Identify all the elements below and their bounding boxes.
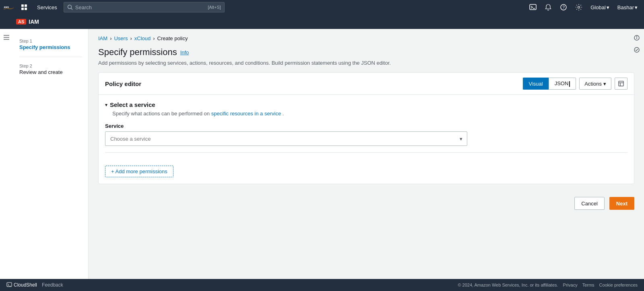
breadcrumb-sep2: › (130, 35, 132, 41)
nav-right-controls: ? Global ▾ Bashar ▾ (526, 2, 641, 12)
service-badge: AS (16, 19, 26, 25)
section-header: ▾ Select a service (105, 101, 627, 108)
service-title: IAM (29, 18, 39, 25)
expand-icon (618, 81, 624, 86)
search-input[interactable] (75, 4, 205, 10)
select-service-section: ▾ Select a service Specify what actions … (99, 95, 634, 166)
service-form-label: Service (105, 123, 627, 129)
svg-rect-3 (21, 8, 24, 10)
cursor-indicator (569, 81, 570, 87)
svg-text:?: ? (563, 5, 565, 10)
top-navigation: aws Services [Alt+S] (0, 0, 644, 14)
user-caret: ▾ (635, 4, 638, 10)
svg-rect-1 (21, 4, 24, 7)
user-label: Bashar (617, 4, 634, 10)
aws-logo[interactable]: aws (3, 3, 14, 11)
actions-button[interactable]: Actions ▾ (579, 78, 611, 90)
step2-label: Step 2 (19, 64, 82, 68)
json-toggle-button[interactable]: JSON (549, 78, 576, 90)
services-button[interactable]: Services (34, 3, 60, 12)
breadcrumb-sep3: › (153, 35, 155, 41)
step1-item: Step 1 Specify permissions (13, 35, 88, 53)
svg-line-6 (71, 8, 72, 10)
info-link[interactable]: Info (180, 49, 189, 55)
right-panel-icon-2[interactable] (631, 44, 642, 55)
search-shortcut: [Alt+S] (208, 5, 221, 10)
svg-point-5 (68, 5, 71, 9)
page-title-text: Specify permissions (98, 47, 177, 57)
region-selector[interactable]: Global ▾ (587, 3, 613, 12)
terminal-icon-button[interactable] (526, 2, 540, 12)
search-icon (67, 4, 73, 10)
right-panel-icon-1[interactable] (631, 32, 642, 43)
left-navigation: Step 1 Specify permissions Step 2 Review… (0, 29, 89, 279)
breadcrumb: IAM › Users › xCloud › Create policy (98, 35, 634, 41)
service-select-wrapper: ▾ (105, 131, 467, 146)
policy-editor-header: Policy editor Visual JSON Actions ▾ (99, 73, 634, 95)
user-menu[interactable]: Bashar ▾ (614, 3, 641, 12)
svg-rect-15 (619, 81, 623, 86)
region-caret: ▾ (607, 4, 609, 10)
main-wrapper: Step 1 Specify permissions Step 2 Review… (0, 29, 644, 279)
fullscreen-button[interactable] (615, 78, 627, 90)
visual-toggle-button[interactable]: Visual (523, 78, 549, 90)
svg-rect-2 (25, 4, 27, 7)
svg-text:aws: aws (4, 6, 9, 8)
view-toggle-group: Visual JSON (523, 78, 576, 90)
breadcrumb-sep1: › (110, 35, 111, 41)
step2-item: Step 2 Review and create (13, 60, 88, 78)
editor-controls: Visual JSON Actions ▾ (523, 78, 628, 90)
step-divider (19, 57, 82, 57)
bottom-actions: Cancel Next (98, 191, 634, 216)
add-permissions-label: + Add more permissions (111, 168, 167, 174)
page-title: Specify permissions Info (98, 47, 634, 57)
policy-editor-card: Policy editor Visual JSON Actions ▾ (98, 72, 634, 184)
section-divider (105, 152, 627, 153)
section-arrow-icon: ▾ (105, 102, 107, 108)
search-bar: [Alt+S] (64, 2, 225, 12)
grid-icon[interactable] (18, 2, 31, 12)
service-select-input[interactable] (105, 131, 467, 146)
help-icon-button[interactable]: ? (557, 2, 570, 12)
notifications-icon-button[interactable] (541, 2, 555, 12)
page-description: Add permissions by selecting services, a… (98, 60, 634, 66)
actions-label: Actions (584, 81, 602, 87)
add-permissions-button[interactable]: + Add more permissions (105, 166, 173, 177)
service-header: AS IAM (0, 14, 644, 29)
svg-point-11 (578, 6, 580, 8)
svg-rect-7 (530, 4, 536, 10)
breadcrumb-iam[interactable]: IAM (98, 35, 107, 41)
actions-caret: ▾ (603, 81, 606, 87)
step1-label: Step 1 (19, 39, 82, 43)
settings-icon-button[interactable] (572, 2, 586, 12)
service-name: AS IAM (16, 18, 39, 25)
svg-rect-4 (25, 8, 27, 10)
cancel-button[interactable]: Cancel (574, 197, 604, 210)
section-title: Select a service (110, 101, 155, 108)
next-button[interactable]: Next (609, 197, 634, 210)
policy-editor-title: Policy editor (105, 80, 141, 87)
svg-point-20 (637, 37, 637, 37)
breadcrumb-current: Create policy (157, 35, 188, 41)
section-description: Specify what actions can be performed on… (112, 111, 627, 117)
breadcrumb-xcloud[interactable]: xCloud (134, 35, 151, 41)
region-label: Global (590, 4, 606, 10)
breadcrumb-users[interactable]: Users (114, 35, 128, 41)
services-label: Services (37, 4, 57, 10)
specific-resources-link[interactable]: specific resources in a service (211, 111, 281, 117)
step2-title: Review and create (19, 69, 82, 75)
step1-title: Specify permissions (19, 44, 82, 50)
sidebar-toggle[interactable] (0, 29, 13, 279)
right-panel-icons (630, 29, 644, 59)
content-area: IAM › Users › xCloud › Create policy Spe… (89, 29, 644, 279)
